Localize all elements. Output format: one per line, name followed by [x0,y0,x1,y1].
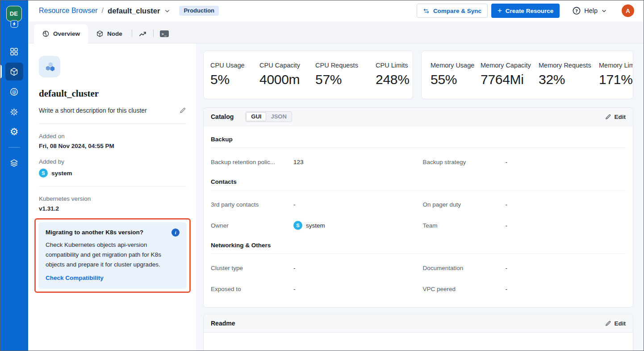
readme-card: Readme Edit Describe this cluster [203,314,633,351]
catalog-field: Documentation- [423,263,626,272]
cpu-stat: CPU Capacity4000m [259,62,315,99]
system-avatar: S [39,169,48,178]
gear-icon: ⚙ [10,127,19,137]
sidebar-item-resource-browser[interactable] [5,63,23,80]
field-label: VPC peered [423,286,506,292]
lightning-icon [10,20,18,28]
tab-node[interactable]: Node [88,24,130,43]
cpu-stat: CPU Limits248% [376,62,413,99]
catalog-section-title: Networking & Others [211,242,626,254]
cluster-title: default_cluster [39,88,186,99]
toggle-gui[interactable]: GUI [246,112,266,121]
sidebar-item-applications[interactable] [5,42,23,60]
app-logo[interactable]: DE [6,6,22,26]
svg-text:?: ? [575,8,578,13]
stat-label: Memory Usage [431,62,481,69]
catalog-field: Exposed to- [211,284,414,293]
added-on-value: Fri, 08 Nov 2024, 04:55 PM [39,143,186,149]
main-column: Resource Browser / default_cluster Produ… [28,0,644,351]
field-label: Documentation [423,265,506,271]
migration-notice-body: Check Kubernetes objects api-version com… [46,240,180,270]
memory-stat: Memory Requests32% [539,62,599,99]
catalog-field: Team- [423,221,626,230]
k8s-migration-notice: Migrating to another K8s version? i Chec… [38,222,187,289]
sidebar-item-chart-store[interactable] [5,103,23,121]
tab-monitoring[interactable] [134,24,152,43]
plus-icon: + [498,7,502,14]
stat-value: 171% [599,72,633,87]
field-value: - [506,286,508,292]
sidebar: DE @⚙ [0,0,28,351]
catalog-edit-button[interactable]: Edit [605,114,626,120]
cpu-stats-card: CPU Usage5%CPU Capacity4000mCPU Requests… [203,51,413,99]
field-label: Backup retention polic... [211,159,293,165]
system-avatar: S [293,221,302,230]
divider [39,186,186,186]
logo-text: DE [6,6,22,21]
info-icon: i [171,228,180,237]
cube-icon [9,67,19,76]
field-label: Exposed to [211,286,293,292]
create-resource-button[interactable]: + Create Resource [491,4,560,18]
added-on-label: Added on [39,133,186,140]
tab-separator [153,30,154,37]
user-avatar[interactable]: A [622,4,634,17]
cluster-info-panel: default_cluster Write a short descriptio… [28,43,196,351]
pencil-icon [605,320,611,327]
stat-label: CPU Usage [210,62,259,69]
sidebar-item-app-management[interactable]: @ [5,83,23,101]
catalog-body: BackupBackup retention polic...123Backup… [204,136,633,307]
readme-title: Readme [211,320,235,327]
field-label: 3rd party contacts [211,201,293,208]
breadcrumb-resource-browser[interactable]: Resource Browser [39,7,98,15]
compare-sync-button[interactable]: Compare & Sync [417,4,488,18]
catalog-field: Cluster type- [211,263,414,272]
cluster-switcher-chevron-icon[interactable] [163,7,171,15]
production-badge: Production [179,6,219,16]
field-value: - [506,159,508,165]
tab-overview[interactable]: Overview [34,24,88,43]
stat-value: 7764Mi [481,72,539,87]
edit-description-pencil-icon[interactable] [179,107,186,114]
stat-value: 32% [539,72,599,87]
catalog-view-toggle: GUI JSON [245,111,292,122]
cluster-description-placeholder[interactable]: Write a short description for this clust… [39,107,147,114]
help-chevron-down-icon [601,8,607,14]
sidebar-item-stack-manager[interactable] [5,154,23,172]
field-value: Ssystem [293,221,325,230]
readme-body: Describe this cluster [204,333,633,351]
catalog-edit-label: Edit [615,114,626,120]
field-label: Cluster type [211,265,293,271]
field-value: - [506,265,508,271]
added-by-value: system [51,170,72,177]
k8s-version-label: Kubernetes version [39,195,186,202]
terminal-icon: >_ [160,30,169,37]
check-compatibility-link[interactable]: Check Compatibility [46,275,104,281]
field-value: - [293,286,296,292]
cpu-stat: CPU Requests57% [315,62,376,99]
sidebar-divider [8,147,20,148]
sidebar-item-global-configurations[interactable]: ⚙ [5,123,23,141]
helm-icon [9,107,19,117]
stat-label: CPU Limits [376,62,413,69]
help-label: Help [584,7,598,14]
overview-main: CPU Usage5%CPU Capacity4000mCPU Requests… [196,43,644,351]
stat-label: CPU Capacity [259,62,315,69]
question-circle-icon: ? [572,6,581,15]
catalog-field: Backup strategy- [423,157,626,166]
added-by-label: Added by [39,158,186,165]
stat-value: 5% [210,72,259,87]
content-area: default_cluster Write a short descriptio… [28,43,644,351]
cluster-hexagons-icon [39,56,60,77]
stat-value: 4000m [259,72,315,87]
tab-terminal[interactable]: >_ [155,24,174,43]
toggle-json[interactable]: JSON [266,113,291,121]
stat-value: 55% [431,72,481,87]
globe-icon [42,30,50,38]
help-menu[interactable]: ? Help [572,6,607,15]
field-value: - [506,201,508,208]
stat-value: 248% [376,72,413,87]
readme-edit-button[interactable]: Edit [605,320,626,327]
red-annotation-highlight: Migrating to another K8s version? i Chec… [34,218,191,293]
divider [39,123,186,124]
